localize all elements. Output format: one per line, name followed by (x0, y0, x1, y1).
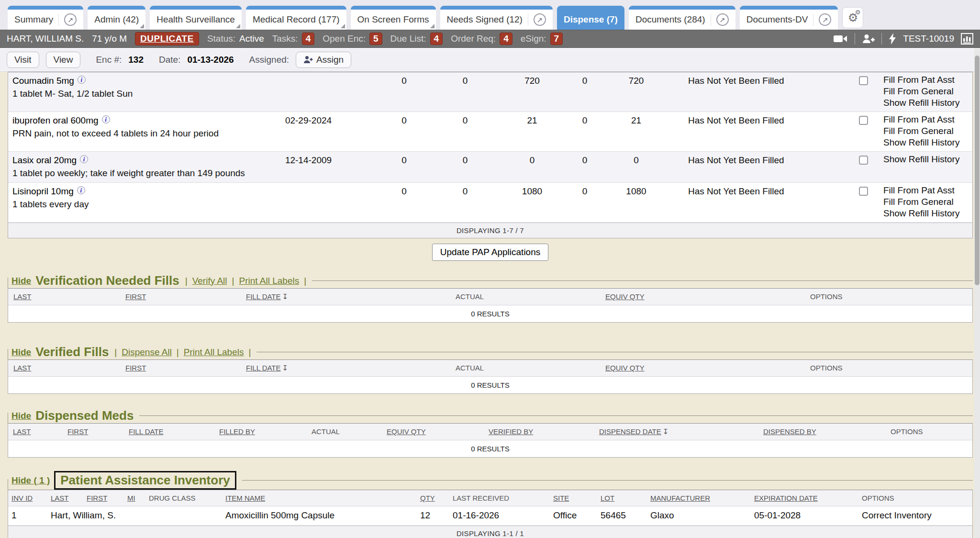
update-pap-applications-button[interactable]: Update PAP Applications (432, 244, 549, 261)
print-all-labels-link[interactable]: Print All Labels (239, 276, 299, 286)
info-icon[interactable]: i (78, 76, 86, 84)
verify-all-link[interactable]: Verify All (192, 276, 227, 286)
col-options: OPTIONS (891, 427, 972, 436)
tab-settings-button[interactable]: ⚙ ⚙ (842, 7, 863, 28)
col-site[interactable]: SITE (553, 494, 601, 502)
tab-documents-dv[interactable]: Documents-DV ↗ (740, 6, 838, 30)
col-mi[interactable]: MI (127, 494, 149, 502)
med-date: 12-14-2009 (269, 154, 374, 179)
col-last[interactable]: LAST (51, 494, 87, 502)
vertical-scrollbar[interactable] (974, 48, 980, 538)
col-manufacturer[interactable]: MANUFACTURER (650, 494, 754, 502)
fill-from-general-link[interactable]: Fill From General (883, 125, 972, 137)
med-qty: 0 (568, 114, 601, 148)
tab-on-screen-forms[interactable]: On Screen Forms (351, 6, 436, 30)
hide-verification-link[interactable]: Hide (11, 276, 31, 286)
col-first[interactable]: FIRST (125, 364, 246, 372)
divider (114, 347, 117, 358)
med-qty: 0 (568, 185, 601, 219)
divider (177, 347, 179, 358)
lightning-icon[interactable] (889, 33, 896, 45)
open-enc-count-badge[interactable]: 5 (369, 33, 382, 45)
med-qty: 0 (434, 185, 496, 219)
scrollbar-thumb[interactable] (975, 56, 980, 285)
fill-from-pat-asst-link[interactable]: Fill From Pat Asst (883, 74, 972, 86)
open-external-icon[interactable]: ↗ (813, 13, 831, 26)
col-fill-date[interactable]: FILL DATE (129, 427, 219, 436)
tab-documents[interactable]: Documents (284) ↗ (629, 6, 735, 30)
tab-label: Admin (42) (94, 14, 139, 25)
visit-button[interactable]: Visit (7, 52, 39, 68)
col-dispensed-date[interactable]: DISPENSED DATE (599, 427, 661, 436)
row-checkbox[interactable] (859, 116, 868, 125)
verification-needed-fills-section: Hide Verification Needed Fills Verify Al… (8, 273, 973, 323)
esign-count-badge[interactable]: 7 (550, 33, 563, 45)
hide-inventory-link[interactable]: Hide ( 1 ) (11, 475, 50, 486)
tab-admin[interactable]: Admin (42) (88, 6, 145, 30)
fill-from-pat-asst-link[interactable]: Fill From Pat Asst (883, 185, 972, 196)
col-qty[interactable]: QTY (420, 494, 453, 502)
col-fill-date[interactable]: FILL DATE (246, 292, 281, 301)
col-item-name[interactable]: ITEM NAME (225, 494, 420, 502)
show-refill-history-link[interactable]: Show Refill History (883, 154, 972, 165)
inv-last-received: 01-16-2026 (453, 510, 553, 521)
col-equiv-qty[interactable]: EQUIV QTY (387, 427, 489, 436)
col-last[interactable]: LAST (8, 364, 125, 372)
tasks-count-badge[interactable]: 4 (302, 33, 315, 45)
show-refill-history-link[interactable]: Show Refill History (883, 137, 972, 148)
tab-needs-signed[interactable]: Needs Signed (12) ↗ (440, 6, 553, 30)
view-button[interactable]: View (46, 52, 81, 68)
col-fill-date[interactable]: FILL DATE (246, 364, 281, 372)
tab-dispense-active[interactable]: Dispense (7) (557, 6, 624, 30)
fill-from-pat-asst-link[interactable]: Fill From Pat Asst (883, 114, 972, 125)
info-icon[interactable]: i (102, 115, 110, 123)
add-person-icon[interactable] (862, 34, 875, 44)
tab-health-surveillance[interactable]: Health Surveillance (150, 6, 242, 30)
col-equiv-qty[interactable]: EQUIV QTY (605, 292, 810, 301)
med-qty: 0 (601, 154, 671, 179)
tab-medical-record[interactable]: Medical Record (177) (246, 6, 346, 30)
col-dispensed-by[interactable]: DISPENSED BY (763, 427, 891, 436)
hide-dispensed-link[interactable]: Hide (11, 411, 31, 421)
assign-button-label: Assign (316, 55, 344, 65)
info-icon[interactable]: i (80, 155, 88, 163)
divider (8, 349, 8, 359)
tab-label: Dispense (7) (564, 14, 618, 25)
col-first[interactable]: FIRST (87, 494, 127, 502)
col-last[interactable]: LAST (8, 292, 125, 301)
order-req-count-badge[interactable]: 4 (500, 33, 512, 45)
assign-button[interactable]: Assign (296, 52, 351, 68)
row-checkbox[interactable] (859, 156, 868, 165)
video-camera-icon[interactable] (833, 34, 848, 44)
hide-verified-link[interactable]: Hide (11, 347, 31, 358)
med-name: Lasix oral 20mg (12, 155, 77, 165)
col-first[interactable]: FIRST (67, 427, 129, 436)
status-label: Status: (207, 34, 235, 44)
fill-from-general-link[interactable]: Fill From General (883, 86, 972, 97)
correct-inventory-link[interactable]: Correct Inventory (862, 510, 972, 521)
show-refill-history-link[interactable]: Show Refill History (883, 97, 972, 109)
col-first[interactable]: FIRST (125, 292, 246, 301)
due-list-count-badge[interactable]: 4 (430, 33, 443, 45)
dispense-all-link[interactable]: Dispense All (122, 347, 172, 358)
col-expiration-date[interactable]: EXPIRATION DATE (754, 494, 862, 502)
row-checkbox[interactable] (859, 76, 868, 85)
open-external-icon[interactable]: ↗ (528, 13, 546, 26)
col-verified-by[interactable]: VERIFIED BY (489, 427, 599, 436)
open-external-icon[interactable]: ↗ (711, 13, 729, 26)
row-checkbox[interactable] (859, 187, 868, 196)
info-icon[interactable]: i (77, 186, 85, 194)
open-external-icon[interactable]: ↗ (58, 13, 77, 26)
col-lot[interactable]: LOT (601, 494, 650, 502)
col-inv-id[interactable]: INV ID (8, 494, 51, 502)
print-all-labels-link[interactable]: Print All Labels (184, 347, 244, 358)
tab-summary[interactable]: Summary ↗ (8, 6, 83, 30)
stats-chart-icon[interactable] (961, 33, 973, 45)
order-req-label: Order Req: (451, 34, 496, 44)
col-filled-by[interactable]: FILLED BY (219, 427, 312, 436)
col-equiv-qty[interactable]: EQUIV QTY (605, 364, 810, 372)
duplicate-badge[interactable]: DUPLICATE (135, 32, 199, 45)
show-refill-history-link[interactable]: Show Refill History (883, 208, 972, 219)
fill-from-general-link[interactable]: Fill From General (883, 196, 972, 208)
col-last[interactable]: LAST (8, 427, 67, 436)
